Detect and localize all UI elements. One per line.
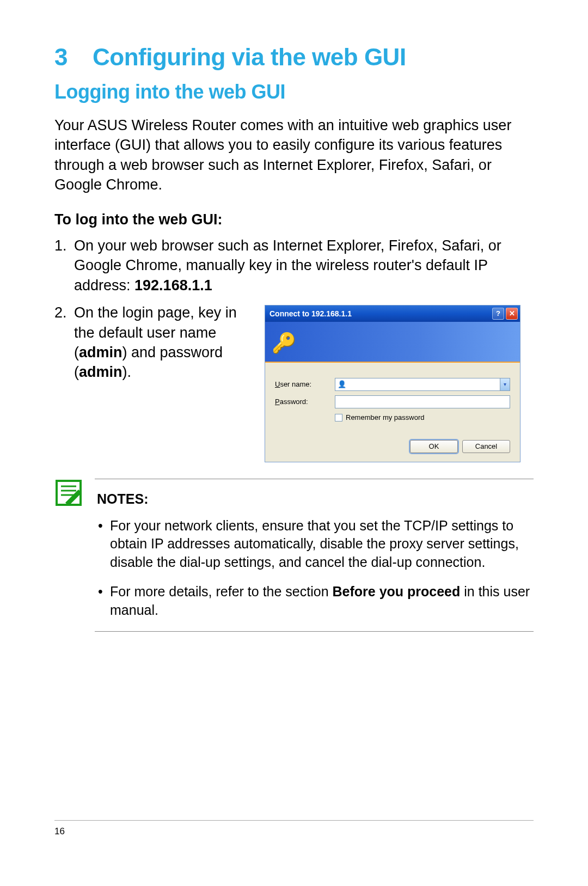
dialog-titlebar[interactable]: Connect to 192.168.1.1 ? ✕ [265, 305, 520, 322]
steps-heading: To log into the web GUI: [54, 211, 534, 228]
dialog-banner [265, 322, 520, 363]
step-1: 1. On your web browser such as Internet … [74, 236, 534, 295]
login-dialog: Connect to 192.168.1.1 ? ✕ User name: [265, 305, 520, 462]
help-button[interactable]: ? [492, 308, 504, 320]
person-icon: 👤 [338, 380, 346, 389]
section-heading: Logging into the web GUI [54, 81, 534, 103]
remember-row[interactable]: Remember my password [335, 413, 510, 423]
password-row: Password: [275, 395, 510, 408]
remember-checkbox[interactable] [335, 414, 342, 421]
steps-list: 1. On your web browser such as Internet … [54, 236, 534, 462]
password-label: Password: [275, 397, 335, 407]
dialog-title: Connect to 192.168.1.1 [270, 309, 352, 319]
step-number: 2. [54, 303, 67, 322]
chapter-title: Configuring via the web GUI [93, 44, 406, 70]
password-field[interactable] [335, 395, 510, 408]
step-2-bold-b: admin [79, 364, 122, 380]
keys-icon [272, 330, 296, 354]
intro-paragraph: Your ASUS Wireless Router comes with an … [54, 115, 534, 195]
notes-heading: NOTES: [97, 491, 531, 507]
footer-rule [54, 820, 534, 821]
ok-button[interactable]: OK [410, 440, 458, 453]
step-2-bold-a: admin [79, 344, 122, 360]
username-label: User name: [275, 380, 335, 389]
step-2-text-c: ). [122, 364, 132, 380]
notes-block: NOTES: For your network clients, ensure … [54, 479, 534, 632]
username-combo[interactable]: 👤 ▾ [335, 378, 510, 391]
username-row: User name: 👤 ▾ [275, 378, 510, 391]
remember-label: Remember my password [346, 413, 425, 423]
page-number: 16 [54, 826, 65, 837]
cancel-button[interactable]: Cancel [462, 440, 510, 453]
step-2: 2. On the login page, key in the default… [74, 303, 534, 462]
close-button[interactable]: ✕ [506, 308, 518, 320]
chapter-number: 3 [54, 44, 93, 71]
notes-icon [54, 479, 83, 632]
chapter-heading: 3Configuring via the web GUI [54, 44, 534, 71]
step-1-ip: 192.168.1.1 [134, 277, 212, 294]
chevron-down-icon[interactable]: ▾ [500, 378, 510, 390]
step-number: 1. [54, 236, 67, 255]
notes-bullet-2: For more details, refer to the section B… [97, 583, 531, 620]
notes-bullet-1: For your network clients, ensure that yo… [97, 517, 531, 572]
